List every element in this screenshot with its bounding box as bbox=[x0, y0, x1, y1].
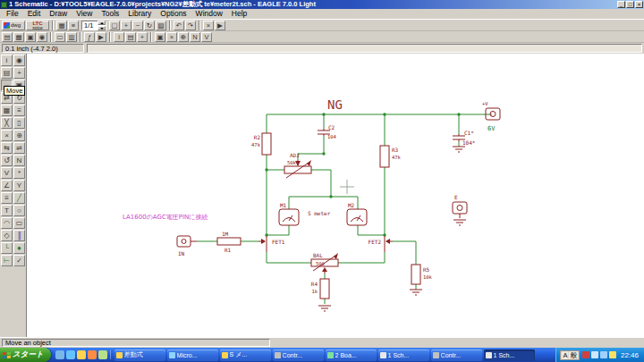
ime-bar[interactable]: A 般 bbox=[560, 350, 580, 360]
toolbar-button-go[interactable]: ▶ bbox=[215, 21, 225, 30]
toolbar-button-layers[interactable]: ≡ bbox=[68, 21, 79, 30]
toolbar-button-grid[interactable]: ▦ bbox=[56, 21, 67, 30]
taskbar-button[interactable]: Micro... bbox=[167, 349, 218, 361]
sheet-selector[interactable]: 1/1 bbox=[81, 21, 106, 30]
taskbar-button[interactable]: Contr... bbox=[431, 349, 482, 361]
tool-add[interactable]: ⊕ bbox=[13, 130, 25, 141]
toolbar-button-script[interactable]: ƒ bbox=[84, 32, 95, 42]
maximize-button[interactable]: □ bbox=[626, 1, 634, 8]
toolbar-button-undo[interactable]: ↶ bbox=[174, 21, 184, 30]
tool-pinswap[interactable]: ⇆ bbox=[1, 142, 13, 154]
toolbar-button-open[interactable]: ▤ bbox=[2, 32, 13, 42]
tool-cut[interactable]: ╳ bbox=[1, 117, 13, 129]
toolbar-button-redraw[interactable]: ↻ bbox=[144, 21, 155, 30]
toolbar-button-redo[interactable]: ↷ bbox=[185, 21, 196, 30]
taskbar-button[interactable]: 1 Sch... bbox=[378, 349, 429, 361]
tool-group[interactable]: ▦ bbox=[1, 105, 13, 116]
tool-wire[interactable]: ╱ bbox=[13, 192, 25, 204]
tool-arc[interactable]: ◠ bbox=[1, 217, 13, 229]
minimize-button[interactable]: _ bbox=[617, 1, 625, 8]
toolbar-button-delete[interactable]: × bbox=[166, 32, 177, 42]
toolbar-button-cam[interactable]: ◉ bbox=[37, 32, 47, 42]
toolbar-button-save[interactable]: ▦ bbox=[13, 32, 24, 42]
menu-item-library[interactable]: Library bbox=[123, 9, 156, 19]
tool-rect[interactable]: ▭ bbox=[13, 217, 25, 229]
quicklaunch-icon-show-desktop[interactable] bbox=[55, 350, 64, 359]
quicklaunch-icon-mail[interactable] bbox=[98, 350, 107, 359]
quicklaunch-icon-internet-explorer[interactable] bbox=[66, 350, 75, 359]
tray-icon-ime-pen[interactable] bbox=[582, 351, 589, 358]
tool-change[interactable]: ≡ bbox=[13, 105, 25, 116]
toolbar-button-zoom-out[interactable]: − bbox=[132, 21, 143, 30]
tool-info[interactable]: i bbox=[1, 55, 13, 66]
tray-icon-network[interactable] bbox=[600, 351, 607, 358]
tool-display[interactable]: ▤ bbox=[1, 67, 13, 79]
tool-circle[interactable]: ○ bbox=[13, 205, 25, 216]
agc-note-text[interactable]: LA1600のAGC電圧PINに接続 bbox=[123, 214, 208, 221]
ltspice-button[interactable]: LTC spice bbox=[26, 21, 49, 30]
sheet-down-button[interactable] bbox=[97, 26, 106, 30]
tool-split[interactable]: Y bbox=[13, 180, 25, 191]
toolbar-button-library[interactable]: ▥ bbox=[66, 32, 77, 42]
tool-label[interactable]: ⊢ bbox=[1, 255, 13, 266]
toolbar-button-zoom-in[interactable]: + bbox=[121, 21, 131, 30]
close-button[interactable]: × bbox=[635, 1, 643, 8]
tool-erc[interactable]: ✓ bbox=[13, 255, 25, 266]
tool-gateswap[interactable]: ⇌ bbox=[13, 142, 25, 154]
quicklaunch-icon-media-player[interactable] bbox=[88, 350, 97, 359]
toolbar-button-zoom-fit[interactable]: ▢ bbox=[109, 21, 120, 30]
menu-item-tools[interactable]: Tools bbox=[97, 9, 123, 19]
tool-polygon[interactable]: ◇ bbox=[1, 230, 13, 241]
tool-name[interactable]: N bbox=[13, 155, 25, 166]
taskbar-button[interactable]: S メ... bbox=[220, 349, 271, 361]
tool-show[interactable]: ◉ bbox=[13, 55, 25, 66]
ng-text[interactable]: NG bbox=[327, 97, 343, 112]
menu-item-view[interactable]: View bbox=[72, 9, 97, 19]
toolbar-button-mark[interactable]: + bbox=[137, 32, 148, 42]
toolbar-button-value[interactable]: V bbox=[201, 32, 212, 42]
tool-invoke[interactable]: ≡ bbox=[1, 192, 13, 204]
components[interactable] bbox=[177, 108, 500, 311]
menu-item-help[interactable]: Help bbox=[227, 9, 251, 19]
tool-delete[interactable]: × bbox=[1, 130, 13, 141]
dwg-button[interactable]: dwg bbox=[2, 21, 25, 30]
start-button[interactable]: スタート bbox=[0, 348, 51, 362]
toolbar-button-copy[interactable]: ▣ bbox=[155, 32, 165, 42]
tool-bus[interactable]: ║ bbox=[13, 230, 25, 241]
taskbar-button[interactable]: 1 Sch... bbox=[484, 349, 535, 361]
tool-paste[interactable]: ▯ bbox=[13, 117, 25, 129]
toolbar-button-print[interactable]: ▣ bbox=[25, 32, 36, 42]
sheet-up-button[interactable] bbox=[97, 21, 106, 25]
tray-icon-antivirus[interactable] bbox=[609, 351, 616, 358]
menu-item-draw[interactable]: Draw bbox=[45, 9, 72, 19]
taskbar-button[interactable]: 2 Boa... bbox=[326, 349, 377, 361]
tray-icon-volume[interactable] bbox=[591, 351, 598, 358]
tool-net[interactable]: └ bbox=[1, 242, 13, 254]
toolbar-button-info[interactable]: i bbox=[114, 32, 124, 42]
tool-smash[interactable]: * bbox=[13, 167, 25, 179]
taskbar-button[interactable]: Contr... bbox=[273, 349, 324, 361]
command-input[interactable] bbox=[87, 44, 642, 53]
tool-junction[interactable]: ● bbox=[13, 242, 25, 254]
tool-text[interactable]: T bbox=[1, 205, 13, 216]
tool-miter[interactable]: ∠ bbox=[1, 180, 13, 191]
toolbar-button-add[interactable]: ⊕ bbox=[178, 32, 189, 42]
menu-item-window[interactable]: Window bbox=[191, 9, 227, 19]
toolbar-button-run-ulp[interactable]: ▶ bbox=[96, 32, 106, 42]
menu-item-file[interactable]: File bbox=[2, 9, 23, 19]
ime-input-mode[interactable]: A bbox=[562, 351, 568, 359]
taskbar-button[interactable]: 差動式 bbox=[114, 349, 165, 361]
toolbar-button-stop[interactable]: × bbox=[203, 21, 214, 30]
menu-item-options[interactable]: Options bbox=[156, 9, 191, 19]
toolbar-button-name[interactable]: N bbox=[190, 32, 200, 42]
toolbar-button-zoom-select[interactable]: ▧ bbox=[156, 21, 166, 30]
tool-value[interactable]: V bbox=[1, 167, 13, 179]
quicklaunch-icon-explorer[interactable] bbox=[77, 350, 86, 359]
schematic-canvas[interactable]: NG LA1600のAGC電圧PINに接続 +V 6V C1* 104* R2 … bbox=[27, 54, 644, 337]
ime-conversion-mode[interactable]: 般 bbox=[569, 351, 578, 359]
toolbar-button-display[interactable]: ▤ bbox=[125, 32, 136, 42]
menu-item-edit[interactable]: Edit bbox=[23, 9, 46, 19]
net-wires[interactable] bbox=[197, 114, 492, 304]
tool-replace[interactable]: ↺ bbox=[1, 155, 13, 166]
tool-mark[interactable]: + bbox=[13, 67, 25, 79]
